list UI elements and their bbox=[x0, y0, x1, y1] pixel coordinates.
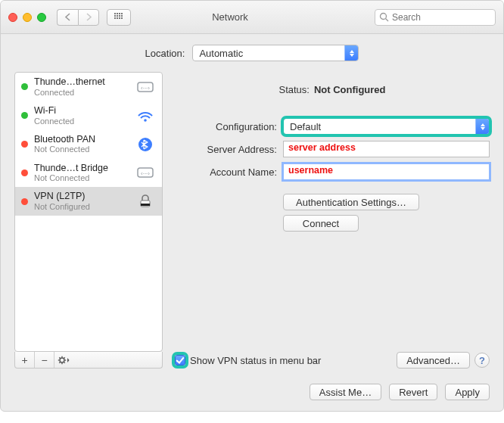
status-dot-icon bbox=[21, 83, 28, 90]
authentication-settings-button[interactable]: Authentication Settings… bbox=[283, 194, 419, 210]
show-vpn-status-label: Show VPN status in menu bar bbox=[190, 355, 321, 366]
advanced-button[interactable]: Advanced… bbox=[397, 352, 470, 369]
svg-point-10 bbox=[60, 358, 64, 362]
show-vpn-status-checkbox-wrap: Show VPN status in menu bar bbox=[175, 355, 321, 366]
location-value: Automatic bbox=[199, 48, 243, 59]
back-button[interactable] bbox=[57, 9, 78, 26]
svg-line-17 bbox=[59, 362, 60, 362]
service-status: Not Configured bbox=[34, 202, 129, 211]
add-service-button[interactable]: + bbox=[15, 352, 35, 368]
chevron-left-icon bbox=[64, 13, 71, 21]
account-name-label: Account Name: bbox=[175, 166, 277, 178]
service-row-vpn-l2tp[interactable]: VPN (L2TP) Not Configured bbox=[15, 187, 162, 216]
network-prefpane: Network Location: Automatic Thunde…thern… bbox=[0, 0, 504, 412]
service-row-bluetooth-pan[interactable]: Bluetooth PAN Not Connected bbox=[15, 130, 162, 159]
detail-pane: Status: Not Configured Configuration: De… bbox=[175, 72, 490, 369]
close-icon[interactable] bbox=[8, 13, 17, 22]
service-actions-button[interactable] bbox=[54, 352, 74, 368]
connect-button[interactable]: Connect bbox=[283, 215, 359, 232]
vpn-form: Configuration: Default Server Address: s… bbox=[175, 118, 490, 180]
service-name: Thunde…thernet bbox=[34, 77, 129, 88]
configuration-label: Configuration: bbox=[175, 121, 277, 132]
svg-text:‹···›: ‹···› bbox=[141, 85, 150, 92]
revert-button[interactable]: Revert bbox=[389, 384, 437, 400]
detail-footer: Show VPN status in menu bar Advanced… ? bbox=[175, 352, 490, 369]
svg-rect-9 bbox=[141, 204, 150, 206]
service-list-footer: + − bbox=[14, 352, 163, 369]
show-vpn-status-checkbox[interactable] bbox=[175, 355, 185, 365]
service-row-wifi[interactable]: Wi-Fi Connected bbox=[15, 101, 162, 130]
status-value: Not Configured bbox=[314, 84, 386, 95]
svg-line-16 bbox=[64, 362, 65, 362]
configuration-row: Configuration: Default bbox=[175, 118, 490, 135]
service-sidebar: Thunde…thernet Connected ‹···› Wi-Fi Con… bbox=[14, 72, 163, 369]
location-row: Location: Automatic bbox=[1, 34, 503, 69]
status-dot-icon bbox=[21, 170, 28, 176]
content-split: Thunde…thernet Connected ‹···› Wi-Fi Con… bbox=[1, 69, 503, 376]
zoom-icon[interactable] bbox=[37, 13, 46, 22]
svg-point-5 bbox=[138, 138, 152, 151]
remove-service-button[interactable]: − bbox=[35, 352, 54, 368]
account-name-row: Account Name: username bbox=[175, 163, 490, 180]
service-row-thunderbolt-bridge[interactable]: Thunde…t Bridge Not Connected ‹···› bbox=[15, 159, 162, 188]
vpn-button-stack: Authentication Settings… Connect bbox=[283, 194, 490, 232]
service-list[interactable]: Thunde…thernet Connected ‹···› Wi-Fi Con… bbox=[14, 72, 163, 352]
location-popup[interactable]: Automatic bbox=[192, 45, 359, 61]
minimize-icon[interactable] bbox=[23, 13, 32, 22]
apply-button[interactable]: Apply bbox=[445, 384, 490, 400]
service-status: Not Connected bbox=[34, 145, 129, 154]
service-status: Connected bbox=[34, 117, 129, 126]
svg-line-1 bbox=[386, 18, 389, 21]
window-traffic-lights bbox=[8, 13, 46, 22]
svg-text:‹···›: ‹···› bbox=[141, 170, 150, 177]
account-name-field[interactable]: username bbox=[283, 163, 490, 180]
gear-icon bbox=[58, 356, 71, 365]
server-address-field[interactable]: server address bbox=[283, 141, 490, 157]
assist-me-button[interactable]: Assist Me… bbox=[310, 384, 381, 400]
popup-arrows-icon bbox=[344, 45, 358, 61]
service-name: VPN (L2TP) bbox=[34, 191, 129, 202]
ethernet-icon: ‹···› bbox=[135, 164, 156, 181]
service-name: Bluetooth PAN bbox=[34, 135, 129, 145]
popup-arrows-icon bbox=[475, 119, 489, 134]
vpn-lock-icon bbox=[135, 193, 156, 210]
server-address-label: Server Address: bbox=[175, 144, 277, 155]
server-address-row: Server Address: server address bbox=[175, 141, 490, 157]
toolbar-search bbox=[375, 9, 496, 26]
wifi-icon bbox=[135, 107, 156, 124]
svg-point-4 bbox=[144, 119, 147, 122]
account-name-value: username bbox=[288, 165, 333, 176]
configuration-popup[interactable]: Default bbox=[283, 118, 490, 135]
help-button[interactable]: ? bbox=[474, 353, 490, 368]
svg-point-0 bbox=[381, 13, 387, 19]
status-dot-icon bbox=[21, 141, 28, 148]
window-title: Network bbox=[93, 11, 367, 23]
service-name: Thunde…t Bridge bbox=[34, 163, 129, 174]
ethernet-icon: ‹···› bbox=[135, 79, 156, 95]
server-address-value: server address bbox=[288, 142, 356, 153]
status-dot-icon bbox=[21, 198, 28, 205]
service-status: Not Connected bbox=[34, 173, 129, 182]
svg-line-15 bbox=[59, 357, 60, 358]
status-row: Status: Not Configured bbox=[175, 84, 490, 95]
chevron-right-icon bbox=[86, 13, 92, 21]
window-toolbar: Network bbox=[1, 1, 503, 34]
search-input[interactable] bbox=[375, 9, 496, 26]
svg-line-18 bbox=[64, 357, 65, 358]
service-row-thunderbolt-ethernet[interactable]: Thunde…thernet Connected ‹···› bbox=[15, 73, 162, 101]
status-dot-icon bbox=[21, 112, 28, 119]
service-name: Wi-Fi bbox=[34, 106, 129, 117]
status-label: Status: bbox=[278, 84, 309, 95]
configuration-value: Default bbox=[290, 121, 321, 132]
location-label: Location: bbox=[145, 48, 185, 59]
search-icon bbox=[379, 12, 389, 22]
window-footer-buttons: Assist Me… Revert Apply bbox=[1, 376, 503, 411]
service-status: Connected bbox=[34, 88, 129, 97]
bluetooth-icon bbox=[135, 136, 156, 153]
